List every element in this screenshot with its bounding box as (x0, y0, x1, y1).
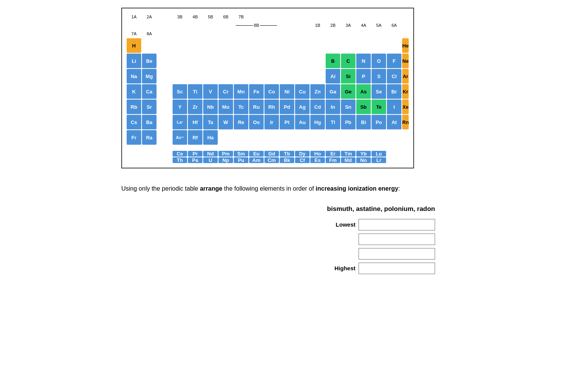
empty (356, 38, 371, 53)
answer-row-highest: Highest (329, 263, 435, 274)
element-Ra: Ra (142, 130, 157, 145)
group-label-6a: 6A (387, 21, 401, 29)
group-label-4b: 4B (188, 13, 202, 21)
element-Ge: Ge (341, 84, 355, 99)
element-Cr: Cr (218, 84, 233, 99)
element-Sc: Sc (173, 84, 187, 99)
element-Ce: Ce (173, 151, 187, 157)
element-Br: Br (387, 84, 401, 99)
answer-input-3[interactable] (359, 248, 435, 260)
answer-input-1[interactable] (359, 219, 435, 230)
group-label-4a: 4A (356, 21, 371, 29)
element-Ca: Ca (142, 84, 157, 99)
group-label-8a: 8A (142, 30, 157, 38)
group-label-8b: 8B (234, 21, 279, 29)
element-Pm: Pm (218, 151, 233, 157)
element-Ba: Ba (142, 115, 157, 129)
group-label-3b: 3B (173, 13, 187, 21)
element-Tm: Tm (341, 151, 355, 157)
element-Tb: Tb (280, 151, 294, 157)
element-Pr: Pr (188, 151, 202, 157)
bottom-rows: Ce Pr Nd Pm Sm Eu Gd Tb Dy Ho Er Tm Yb L… (127, 151, 409, 163)
element-Ta: Ta (203, 115, 218, 129)
answer-row-3 (329, 248, 435, 260)
group-label-1b: 1B (310, 21, 325, 29)
answer-row-2 (329, 234, 435, 245)
element-Cd: Cd (310, 100, 325, 114)
empty (188, 38, 202, 53)
element-He: He (402, 38, 409, 53)
element-Lu: Lu (372, 151, 386, 157)
group-label-2b: 2B (326, 21, 340, 29)
element-Re: Re (234, 115, 248, 129)
empty (310, 38, 325, 53)
element-Po: Po (372, 115, 386, 129)
element-Th: Th (173, 157, 187, 163)
element-Kr: Kr (402, 84, 409, 99)
group-labels-row: 1A 2A 3B 4B 5B 6B 7B 8B 1B 2B 3A 4A 5A 6… (127, 13, 409, 38)
element-Nd: Nd (203, 151, 218, 157)
elements-list: bismuth, astatine, polonium, radon (327, 205, 435, 213)
element-Rh: Rh (264, 100, 279, 114)
element-Se: Se (372, 84, 386, 99)
element-Cm: Cm (264, 157, 279, 163)
group-label-2a: 2A (142, 13, 157, 21)
empty (157, 54, 172, 68)
empty (249, 38, 264, 53)
element-Pa: Pa (188, 157, 202, 163)
answer-section: bismuth, astatine, polonium, radon Lowes… (121, 205, 435, 277)
element-Mg: Mg (142, 69, 157, 83)
element-Am: Am (249, 157, 264, 163)
answer-row-lowest: Lowest (329, 219, 435, 230)
group-label-5a: 5A (372, 21, 386, 29)
answer-input-2[interactable] (359, 234, 435, 245)
element-Xe: Xe (402, 100, 409, 114)
element-P: P (356, 69, 371, 83)
empty (157, 38, 172, 53)
element-Gd: Gd (264, 151, 279, 157)
element-Pu: Pu (234, 157, 248, 163)
actinide-row: Th Pa U Np Pu Am Cm Bk Cf Es Fm Md No Lr (173, 157, 409, 163)
element-Nb: Nb (203, 100, 218, 114)
element-Te: Te (372, 100, 386, 114)
empty (157, 100, 172, 114)
empty (326, 38, 340, 53)
group-label-empty3 (295, 21, 310, 29)
element-No: No (356, 157, 371, 163)
element-Hg: Hg (310, 115, 325, 129)
empty (280, 69, 294, 83)
element-Fr: Fr (127, 130, 141, 145)
element-Zr: Zr (188, 100, 202, 114)
answer-input-4[interactable] (359, 263, 435, 274)
element-Y: Y (173, 100, 187, 114)
bold-arrange: arrange (200, 185, 222, 192)
highest-label: Highest (329, 265, 355, 271)
empty (295, 69, 310, 83)
element-Cl: Cl (387, 69, 401, 83)
element-C: C (341, 54, 355, 68)
element-Ha: Ha (203, 130, 218, 145)
empty (295, 38, 310, 53)
question-text: Using only the periodic table arrange th… (121, 184, 466, 194)
empty (203, 69, 218, 83)
empty (295, 54, 310, 68)
empty (280, 38, 294, 53)
empty (203, 38, 218, 53)
element-Sn: Sn (341, 100, 355, 114)
element-Co: Co (264, 84, 279, 99)
group-label-7a: 7A (127, 30, 141, 38)
element-Md: Md (341, 157, 355, 163)
element-Al: Al (326, 69, 340, 83)
element-O: O (372, 54, 386, 68)
element-Bk: Bk (280, 157, 294, 163)
element-Fm: Fm (326, 157, 340, 163)
empty (203, 54, 218, 68)
element-Fe: Fe (249, 84, 264, 99)
element-Ni: Ni (280, 84, 294, 99)
element-Cf: Cf (295, 157, 310, 163)
element-Bi: Bi (356, 115, 371, 129)
element-Hf: Hf (188, 115, 202, 129)
lanthanide-row: Ce Pr Nd Pm Sm Eu Gd Tb Dy Ho Er Tm Yb L… (173, 151, 409, 157)
element-Na: Na (127, 69, 141, 83)
empty (264, 54, 279, 68)
